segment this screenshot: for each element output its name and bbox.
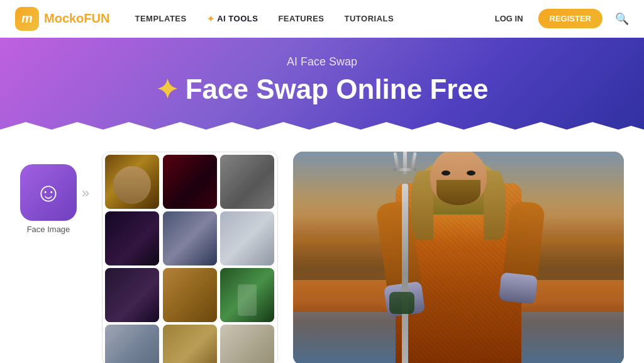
hero-subtitle: AI Face Swap bbox=[0, 55, 644, 69]
hero-title-text: Face Swap Online Free bbox=[186, 74, 489, 105]
face-image-label: Face Image bbox=[27, 225, 70, 234]
logo-text: MockoFUN bbox=[44, 11, 109, 26]
face-smiley-icon: ☺ bbox=[35, 177, 62, 208]
template-cell[interactable] bbox=[105, 325, 159, 363]
template-cell[interactable] bbox=[105, 268, 159, 322]
arrow-right-icon: » bbox=[82, 185, 87, 201]
template-cell[interactable] bbox=[220, 268, 274, 322]
template-cell[interactable] bbox=[220, 325, 274, 363]
logo[interactable]: m MockoFUN bbox=[15, 7, 109, 31]
face-image-panel: ☺ Face Image » bbox=[20, 164, 87, 234]
template-cell[interactable] bbox=[163, 268, 217, 322]
main-nav: TEMPLATES ✦ AI TOOLS FEATURES TUTORIALS bbox=[135, 14, 487, 24]
nav-tutorials[interactable]: TUTORIALS bbox=[344, 14, 394, 23]
template-cell[interactable] bbox=[163, 155, 217, 209]
header-actions: LOG IN REGISTER 🔍 bbox=[487, 9, 629, 28]
template-cell[interactable] bbox=[105, 155, 159, 209]
header: m MockoFUN TEMPLATES ✦ AI TOOLS FEATURES… bbox=[0, 0, 644, 38]
ai-star-icon: ✦ bbox=[207, 14, 215, 24]
template-cell[interactable] bbox=[220, 155, 274, 209]
template-cell[interactable] bbox=[105, 211, 159, 265]
nav-ai-tools[interactable]: ✦ AI TOOLS bbox=[207, 14, 258, 24]
hero-title: ✦ Face Swap Online Free bbox=[0, 74, 644, 105]
face-image-card[interactable]: ☺ bbox=[20, 164, 77, 221]
nav-ai-tools-label: AI TOOLS bbox=[217, 14, 258, 23]
search-icon[interactable]: 🔍 bbox=[615, 12, 629, 26]
template-grid bbox=[103, 152, 277, 363]
register-button[interactable]: REGISTER bbox=[538, 9, 602, 28]
login-button[interactable]: LOG IN bbox=[487, 10, 531, 27]
hero-banner: AI Face Swap ✦ Face Swap Online Free bbox=[0, 38, 644, 137]
nav-templates[interactable]: TEMPLATES bbox=[135, 14, 186, 23]
hero-star-icon: ✦ bbox=[156, 74, 178, 105]
nav-features[interactable]: FEATURES bbox=[278, 14, 324, 23]
main-content: ☺ Face Image » bbox=[0, 137, 644, 363]
aquaman-glove bbox=[389, 292, 414, 314]
template-cell[interactable] bbox=[163, 211, 217, 265]
template-grid-container[interactable] bbox=[102, 152, 278, 363]
result-image bbox=[293, 152, 624, 363]
trident-handle bbox=[402, 184, 408, 363]
template-cell[interactable] bbox=[163, 325, 217, 363]
aquaman-face bbox=[430, 152, 487, 205]
template-cell[interactable] bbox=[220, 211, 274, 265]
logo-icon: m bbox=[15, 7, 39, 31]
